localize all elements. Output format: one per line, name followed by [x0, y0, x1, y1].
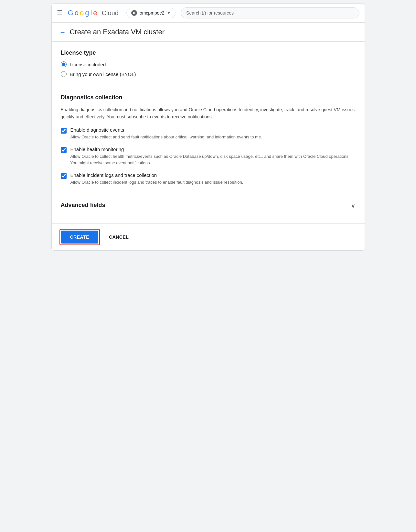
checkbox-incident-logs-label: Enable incident logs and trace collectio…: [70, 172, 243, 178]
project-selector[interactable]: omcpmpoc2 ▼: [126, 8, 176, 18]
create-button-wrapper: CREATE: [59, 229, 100, 245]
svg-point-2: [133, 13, 134, 14]
search-bar[interactable]: Search (/) for resources: [181, 7, 359, 18]
project-icon: [131, 10, 137, 16]
checkbox-diagnostic-events-input[interactable]: [61, 128, 67, 134]
svg-point-3: [134, 13, 135, 14]
create-button[interactable]: CREATE: [61, 231, 99, 244]
checkbox-diagnostic-events: Enable diagnostic events Allow Oracle to…: [61, 127, 356, 140]
radio-license-included-label: License included: [70, 62, 106, 67]
hamburger-icon[interactable]: ☰: [57, 9, 63, 17]
advanced-fields-section[interactable]: Advanced fields ∨: [61, 195, 356, 216]
main-content: License type License included Bring your…: [52, 42, 365, 223]
checkbox-health-monitoring-desc: Allow Oracle to collect health metrics/e…: [70, 153, 356, 166]
radio-license-included-input[interactable]: [61, 61, 67, 67]
checkbox-health-monitoring: Enable health monitoring Allow Oracle to…: [61, 147, 356, 166]
checkbox-incident-logs-desc: Allow Oracle to collect incident logs an…: [70, 179, 243, 186]
svg-point-0: [133, 12, 134, 13]
cancel-button[interactable]: CANCEL: [108, 231, 130, 244]
checkbox-diagnostic-events-label: Enable diagnostic events: [70, 127, 262, 133]
radio-byol[interactable]: Bring your own license (BYOL): [61, 71, 356, 77]
chevron-down-icon: ∨: [351, 201, 356, 209]
divider-1: [61, 86, 356, 86]
top-nav: ☰ Google Cloud omcpmpoc2 ▼ Search (/) fo…: [52, 4, 365, 23]
license-type-title: License type: [61, 49, 356, 56]
checkbox-health-monitoring-label: Enable health monitoring: [70, 147, 356, 152]
license-type-section: License type License included Bring your…: [61, 49, 356, 77]
checkbox-incident-logs-input[interactable]: [61, 173, 67, 179]
footer: CREATE CANCEL: [52, 223, 365, 250]
diagnostics-section: Diagnostics collection Enabling diagnost…: [61, 94, 356, 186]
checkbox-group: Enable diagnostic events Allow Oracle to…: [61, 127, 356, 186]
project-name: omcpmpoc2: [140, 10, 164, 16]
page-container: ☰ Google Cloud omcpmpoc2 ▼ Search (/) fo…: [51, 3, 365, 251]
page-title: Create an Exadata VM cluster: [70, 28, 165, 36]
project-dropdown-arrow: ▼: [167, 11, 171, 15]
advanced-fields-title: Advanced fields: [61, 202, 105, 209]
page-title-bar: ← Create an Exadata VM cluster: [52, 23, 365, 42]
checkbox-diagnostic-events-desc: Allow Oracle to collect and send fault n…: [70, 134, 262, 140]
radio-byol-input[interactable]: [61, 71, 67, 77]
back-button[interactable]: ←: [59, 28, 66, 36]
google-logo: Google Cloud: [68, 9, 119, 17]
checkbox-health-monitoring-input[interactable]: [61, 147, 67, 153]
svg-point-1: [134, 12, 135, 13]
license-radio-group: License included Bring your own license …: [61, 61, 356, 77]
checkbox-incident-logs: Enable incident logs and trace collectio…: [61, 172, 356, 186]
radio-byol-label: Bring your own license (BYOL): [70, 71, 136, 77]
diagnostics-description: Enabling diagnostics collection and noti…: [61, 106, 356, 121]
radio-license-included[interactable]: License included: [61, 61, 356, 67]
diagnostics-title: Diagnostics collection: [61, 94, 356, 101]
